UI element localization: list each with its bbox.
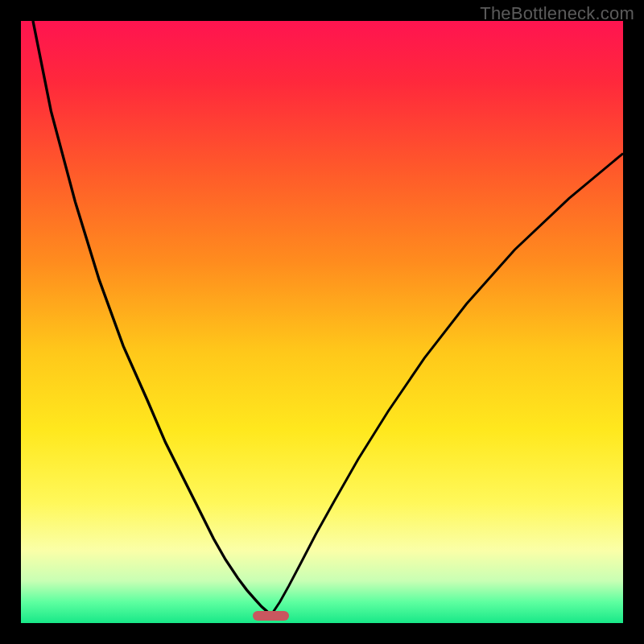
left-curve: [33, 21, 270, 616]
chart-frame: [21, 21, 623, 623]
right-curve: [270, 154, 623, 616]
bottleneck-curves: [21, 21, 623, 623]
optimal-marker: [253, 611, 289, 621]
